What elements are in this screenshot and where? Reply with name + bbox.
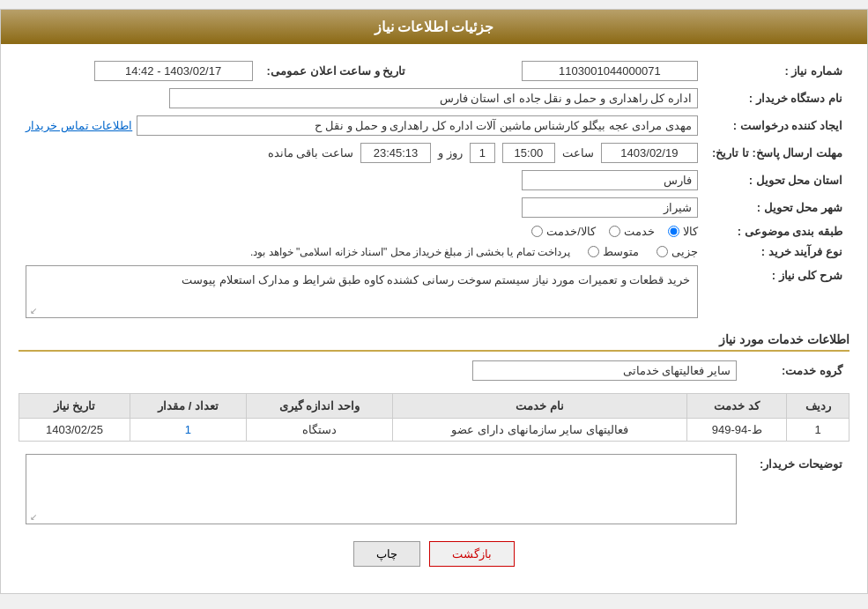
category-row: کالا خدمت کالا/خدمت [19,221,705,241]
buyer-notes-label: توضیحات خریدار: [744,450,849,528]
day-label: روز و [438,146,463,160]
creator-box: مهدی مرادی عجه بیگلو کارشناس ماشین آلات … [137,115,698,136]
print-button[interactable]: چاپ [353,541,420,567]
buyer-notes-resize: ↙ [30,512,37,522]
city-label: شهر محل تحویل : [705,194,849,221]
buyer-notes-cell: ↙ [19,450,744,528]
need-number-label: شماره نیاز : [705,57,849,85]
description-box: خرید قطعات و تعمیرات مورد نیاز سیستم سوخ… [26,265,698,318]
announcement-value: 1403/02/17 - 14:42 [19,57,260,85]
process-type-label: نوع فرآیند خرید : [705,241,849,262]
category-kala-khedmat[interactable]: کالا/خدمت [531,225,596,238]
deadline-row: 1403/02/19 ساعت 15:00 1 روز و 23:45:13 س… [19,139,705,167]
process-motavaset-label: متوسط [603,245,639,258]
creator-link[interactable]: اطلاعات تماس خریدار [26,119,132,132]
back-button[interactable]: بازگشت [429,541,515,567]
process-jozi[interactable]: جزیی [657,245,698,258]
description-value: خرید قطعات و تعمیرات مورد نیاز سیستم سوخ… [19,262,705,322]
page-title: جزئیات اطلاعات نیاز [375,19,494,34]
buyer-org-box: اداره کل راهداری و حمل و نقل جاده ای است… [169,88,698,108]
col-quantity: تعداد / مقدار [130,394,247,419]
description-label: شرح کلی نیاز : [705,262,849,322]
category-khedmat[interactable]: خدمت [609,225,655,238]
cell-quantity: 1 [130,419,247,442]
col-service-name: نام خدمت [393,394,687,419]
main-info-table: شماره نیاز : 1103001044000071 تاریخ و سا… [19,57,849,322]
creator-label: ایجاد کننده درخواست : [705,112,849,139]
city-box: شیراز [522,197,698,218]
col-need-date: تاریخ نیاز [19,394,130,419]
col-unit: واحد اندازه گیری [246,394,392,419]
buyer-org-value: اداره کل راهداری و حمل و نقل جاده ای است… [19,85,705,112]
service-group-label: گروه خدمت: [744,357,849,384]
remaining-label: ساعت باقی مانده [268,146,353,160]
category-label: طبقه بندی موضوعی : [705,221,849,241]
table-row: 1 ط-94-949 فعالیتهای سایر سازمانهای دارا… [19,419,849,442]
cell-row-num: 1 [787,419,849,442]
creator-row: مهدی مرادی عجه بیگلو کارشناس ماشین آلات … [19,112,705,139]
category-kala-label: کالا [683,225,698,238]
footer-buttons: بازگشت چاپ [19,541,849,567]
province-value: فارس [19,167,705,194]
service-group-box: سایر فعالیتهای خدماتی [472,360,737,381]
process-type-row: جزیی متوسط پرداخت تمام یا بخشی از مبلغ خ… [19,241,705,262]
page-header: جزئیات اطلاعات نیاز [1,10,867,44]
announcement-box: 1403/02/17 - 14:42 [94,61,253,81]
process-motavaset-radio[interactable] [588,246,599,257]
category-kala-khedmat-radio[interactable] [531,226,543,237]
category-kala-radio[interactable] [668,226,679,237]
buyer-notes-table: توضیحات خریدار: ↙ [19,450,849,528]
buyer-notes-box: ↙ [26,454,737,524]
service-group-value: سایر فعالیتهای خدماتی [19,357,744,384]
cell-need-date: 1403/02/25 [19,419,130,442]
date-box: 1403/02/19 [601,143,698,163]
need-number-box: 1103001044000071 [522,61,698,81]
service-group-table: گروه خدمت: سایر فعالیتهای خدماتی [19,357,849,384]
category-kala[interactable]: کالا [668,225,698,238]
cell-service-name: فعالیتهای سایر سازمانهای دارای عضو [393,419,687,442]
col-row-num: ردیف [787,394,849,419]
province-label: استان محل تحویل : [705,167,849,194]
category-kala-khedmat-label: کالا/خدمت [546,225,596,238]
process-jozi-label: جزیی [671,245,698,258]
province-box: فارس [522,170,698,190]
category-khedmat-radio[interactable] [609,226,620,237]
response-deadline-label: مهلت ارسال پاسخ: تا تاریخ: [705,139,849,167]
process-motavaset[interactable]: متوسط [588,245,639,258]
buyer-org-label: نام دستگاه خریدار : [705,85,849,112]
process-note: پرداخت تمام یا بخشی از مبلغ خریداز محل "… [250,246,570,258]
process-jozi-radio[interactable] [657,246,668,257]
page-wrapper: جزئیات اطلاعات نیاز شماره نیاز : 1103001… [0,9,868,594]
city-value: شیراز [19,194,705,221]
description-text: خرید قطعات و تعمیرات مورد نیاز سیستم سوخ… [33,273,690,286]
announcement-label: تاریخ و ساعت اعلان عمومی: [260,57,413,85]
day-value: 1 [470,143,495,163]
category-khedmat-label: خدمت [624,225,655,238]
time-box: 15:00 [502,143,555,163]
cell-service-code: ط-94-949 [686,419,786,442]
time-label: ساعت [562,146,594,160]
services-table: ردیف کد خدمت نام خدمت واحد اندازه گیری ت… [19,393,849,442]
need-number-value: 1103001044000071 [439,57,705,85]
remaining-box: 23:45:13 [360,143,431,163]
resize-handle: ↙ [30,306,37,316]
col-service-code: کد خدمت [686,394,786,419]
content-area: شماره نیاز : 1103001044000071 تاریخ و سا… [1,44,867,593]
services-section-title: اطلاعات خدمات مورد نیاز [19,332,849,352]
cell-unit: دستگاه [246,419,392,442]
